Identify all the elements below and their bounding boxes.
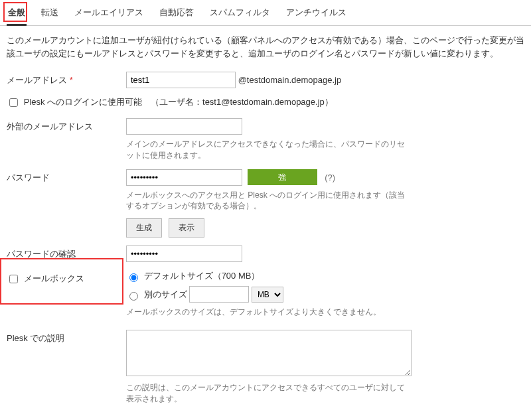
default-size-label: デフォルトサイズ（700 MB） — [144, 271, 260, 281]
intro-text: このメールアカウントに追加ユーザが紐付けられている（顧客パネルへのアクセスが有効… — [7, 34, 524, 60]
label-ext-mail: 外部のメールアドレス — [7, 118, 126, 133]
password-input[interactable] — [126, 169, 242, 186]
label-password-confirm: パスワードの確認 — [7, 245, 126, 260]
ext-mail-hint: メインのメールアドレスにアクセスできなくなった場合に、パスワードのリセットに使用… — [126, 139, 412, 161]
mailbox-checkbox[interactable] — [9, 275, 18, 283]
password-confirm-input[interactable] — [126, 245, 242, 262]
plesk-login-checkbox[interactable] — [9, 98, 18, 107]
password-help-icon[interactable]: (?) — [325, 173, 335, 182]
other-size-row[interactable]: 別のサイズ — [126, 289, 189, 299]
tab-forwarding[interactable]: 転送 — [33, 0, 66, 25]
show-button[interactable]: 表示 — [169, 218, 204, 238]
mailbox-hint: メールボックスのサイズは、デフォルトサイズより大きくできません。 — [126, 307, 412, 318]
generate-button[interactable]: 生成 — [126, 218, 162, 238]
mail-local-input[interactable] — [126, 72, 236, 88]
plesk-login-row[interactable]: Plesk へのログインに使用可能 （ユーザ名：test1@testdomain… — [7, 97, 333, 107]
label-mail-address: メールアドレス * — [7, 72, 126, 86]
tab-antivirus[interactable]: アンチウイルス — [278, 0, 354, 25]
tab-spam[interactable]: スパムフィルタ — [202, 0, 278, 25]
description-textarea[interactable] — [126, 330, 412, 376]
mail-domain: @testdomain.demopage.jp — [238, 75, 342, 85]
size-unit-select[interactable]: MB — [252, 287, 283, 303]
label-password: パスワード — [7, 169, 126, 184]
description-hint: この説明は、このメールアカウントにアクセスできるすべてのユーザに対して表示されま… — [126, 382, 412, 405]
label-description: Plesk での説明 — [7, 330, 126, 344]
default-size-radio[interactable] — [129, 273, 138, 282]
ext-mail-input[interactable] — [126, 118, 242, 135]
tab-aliases[interactable]: メールエイリアス — [66, 0, 151, 25]
tab-autoreply[interactable]: 自動応答 — [151, 0, 202, 25]
default-size-row[interactable]: デフォルトサイズ（700 MB） — [126, 271, 260, 281]
password-hint: メールボックスへのアクセス用と Plesk へのログイン用に使用されます（該当す… — [126, 190, 412, 212]
password-strength: 強 — [248, 169, 317, 185]
mailbox-label: メールボックス — [24, 273, 84, 283]
tab-general[interactable]: 全般 — [0, 0, 33, 25]
other-size-input[interactable] — [189, 286, 249, 303]
other-size-label: 別のサイズ — [144, 289, 187, 299]
other-size-radio[interactable] — [129, 292, 138, 301]
mailbox-row[interactable]: メールボックス — [7, 273, 84, 283]
plesk-login-label: Plesk へのログインに使用可能 （ユーザ名：test1@testdomain… — [24, 97, 333, 107]
